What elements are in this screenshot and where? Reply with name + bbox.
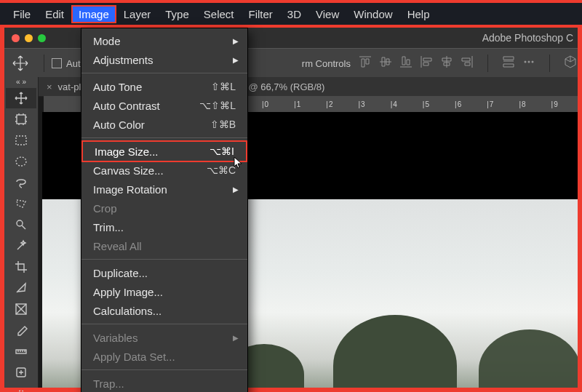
menu-item-trap: Trap...	[81, 374, 247, 392]
menu-item-label: Trim...	[93, 221, 236, 233]
move-tool-icon[interactable]	[12, 55, 29, 72]
menu-item-shortcut: ⌥⇧⌘L	[199, 100, 236, 111]
transform-controls-label: rm Controls	[302, 58, 351, 69]
ruler-tick: |3	[359, 100, 366, 108]
menu-edit[interactable]: Edit	[38, 5, 71, 23]
menu-item-label: Trap...	[93, 377, 236, 390]
menu-separator	[81, 259, 247, 260]
menu-item-label: Apply Image...	[93, 286, 236, 298]
menu-item-calculations[interactable]: Calculations...	[81, 301, 247, 320]
menu-file[interactable]: File	[6, 5, 38, 23]
svg-point-1	[528, 61, 530, 63]
menu-item-image-size[interactable]: Image Size...⌥⌘I	[81, 140, 247, 162]
tool-crop[interactable]	[6, 257, 36, 277]
zoom-window-button[interactable]	[38, 34, 46, 42]
menu-item-auto-contrast[interactable]: Auto Contrast⌥⇧⌘L	[81, 96, 247, 115]
main-menubar: FileEditImageLayerTypeSelectFilter3DView…	[0, 0, 582, 28]
distribute-icon[interactable]	[501, 55, 516, 69]
menu-type[interactable]: Type	[158, 5, 196, 23]
svg-rect-4	[16, 136, 26, 145]
tool-marquee-rect[interactable]	[6, 130, 36, 151]
3d-mode-icon[interactable]	[563, 55, 578, 69]
submenu-arrow-icon: ▶	[233, 334, 239, 342]
menu-item-label: Crop	[93, 202, 236, 215]
menu-separator	[81, 369, 247, 370]
align-vcenter-icon[interactable]	[378, 55, 393, 69]
more-options-icon[interactable]	[522, 55, 536, 69]
menu-item-shortcut: ⇧⌘L	[211, 81, 236, 92]
ruler-tick: |6	[455, 100, 462, 108]
ruler-tick: |1	[294, 100, 301, 108]
svg-point-5	[16, 157, 26, 166]
submenu-arrow-icon: ▶	[233, 185, 239, 193]
menu-item-crop: Crop	[81, 199, 247, 217]
tool-slice[interactable]	[6, 278, 36, 298]
menu-help[interactable]: Help	[400, 5, 437, 23]
menu-item-label: Calculations...	[93, 305, 236, 317]
svg-point-0	[525, 61, 527, 63]
menu-item-auto-color[interactable]: Auto Color⇧⌘B	[81, 115, 247, 134]
svg-point-6	[17, 220, 23, 226]
tool-frame[interactable]	[6, 299, 36, 319]
menu-item-mode[interactable]: Mode▶	[81, 31, 247, 50]
tool-marquee-ellipse[interactable]	[6, 151, 36, 172]
menu-3d[interactable]: 3D	[280, 5, 308, 23]
tool-lasso[interactable]	[6, 172, 36, 193]
menu-item-label: Reveal All	[93, 240, 236, 252]
ruler-tick: |0	[262, 100, 269, 108]
menu-window[interactable]: Window	[346, 5, 399, 23]
menu-filter[interactable]: Filter	[242, 5, 280, 23]
tool-artboard[interactable]	[6, 109, 36, 129]
ruler-tick: |8	[519, 100, 526, 108]
menu-view[interactable]: View	[308, 5, 346, 23]
tool-patch[interactable]	[6, 383, 36, 392]
menu-item-label: Canvas Size...	[93, 164, 207, 177]
menu-item-label: Auto Color	[93, 119, 210, 131]
auto-select-label: Aut	[66, 58, 81, 69]
menu-item-label: Adjustments	[93, 54, 236, 66]
tool-quick-select[interactable]	[6, 215, 36, 235]
menu-item-reveal-all: Reveal All	[81, 236, 247, 255]
menu-item-canvas-size[interactable]: Canvas Size...⌥⌘C	[81, 161, 247, 180]
tool-ruler[interactable]	[6, 341, 36, 361]
menu-layer[interactable]: Layer	[116, 5, 159, 23]
submenu-arrow-icon: ▶	[233, 37, 239, 45]
menu-item-auto-tone[interactable]: Auto Tone⇧⌘L	[81, 77, 247, 96]
menu-item-image-rotation[interactable]: Image Rotation▶	[81, 180, 247, 199]
document-name[interactable]: vat-pl	[58, 81, 81, 92]
minimize-window-button[interactable]	[25, 34, 33, 42]
tool-eyedropper[interactable]	[6, 320, 36, 340]
svg-point-2	[532, 61, 534, 63]
align-buttons	[358, 55, 578, 72]
tool-move[interactable]	[6, 88, 36, 108]
menu-item-duplicate[interactable]: Duplicate...	[81, 263, 247, 282]
menu-item-apply-image[interactable]: Apply Image...	[81, 282, 247, 301]
document-zoom-info: @ 66,7% (RGB/8)	[248, 81, 324, 92]
tools-panel: « »	[4, 77, 39, 388]
close-tab-icon[interactable]: ×	[47, 81, 52, 92]
align-left-icon[interactable]	[419, 55, 434, 69]
menu-item-shortcut: ⌥⌘I	[210, 145, 234, 157]
traffic-lights	[12, 34, 46, 42]
collapse-toolbox-icon[interactable]: « »	[4, 77, 38, 87]
menu-item-trim[interactable]: Trim...	[81, 217, 247, 236]
menu-image[interactable]: Image	[71, 5, 116, 23]
menu-separator	[81, 73, 247, 73]
menu-item-label: Image Rotation	[93, 183, 236, 196]
tool-poly-lasso[interactable]	[6, 193, 36, 214]
ruler-tick: |2	[326, 100, 333, 108]
tool-healing[interactable]	[6, 362, 36, 383]
auto-select-checkbox[interactable]	[52, 58, 62, 68]
align-hcenter-icon[interactable]	[439, 55, 454, 69]
menu-item-label: Duplicate...	[93, 267, 236, 279]
submenu-arrow-icon: ▶	[233, 56, 239, 64]
align-bottom-icon[interactable]	[399, 55, 413, 69]
menu-item-label: Apply Data Set...	[93, 351, 236, 363]
tool-magic-wand[interactable]	[6, 236, 36, 256]
menu-select[interactable]: Select	[196, 5, 242, 23]
menu-item-shortcut: ⇧⌘B	[210, 119, 236, 130]
close-window-button[interactable]	[12, 34, 20, 42]
menu-item-adjustments[interactable]: Adjustments▶	[81, 50, 247, 69]
align-right-icon[interactable]	[460, 55, 474, 69]
align-top-icon[interactable]	[358, 55, 372, 69]
